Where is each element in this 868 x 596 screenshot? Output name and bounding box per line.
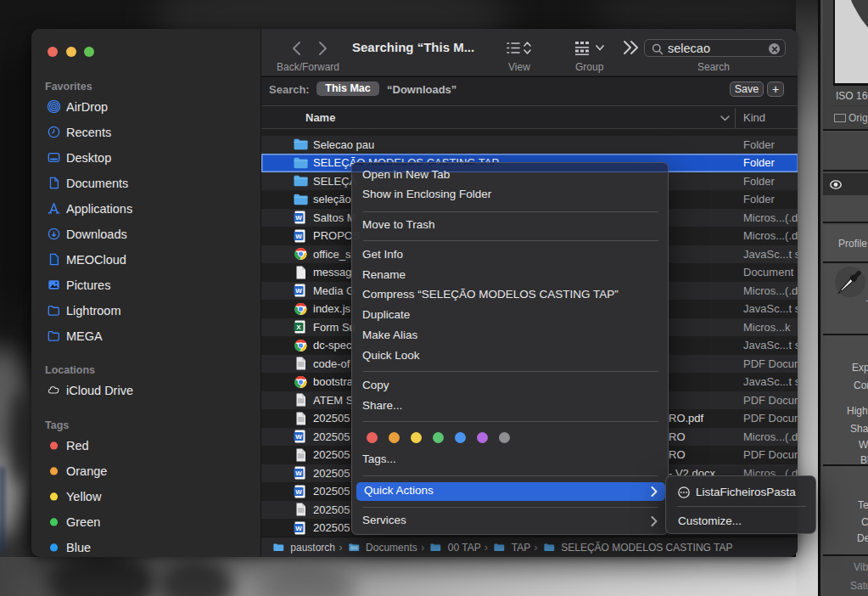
svg-text:W: W [295, 433, 302, 441]
svg-text:W: W [295, 233, 302, 240]
svg-text:X: X [296, 323, 301, 331]
svg-text:W: W [295, 469, 302, 477]
svg-text:W: W [295, 525, 302, 532]
svg-text:W: W [295, 488, 302, 496]
svg-text:W: W [295, 287, 302, 295]
svg-text:W: W [295, 214, 302, 222]
